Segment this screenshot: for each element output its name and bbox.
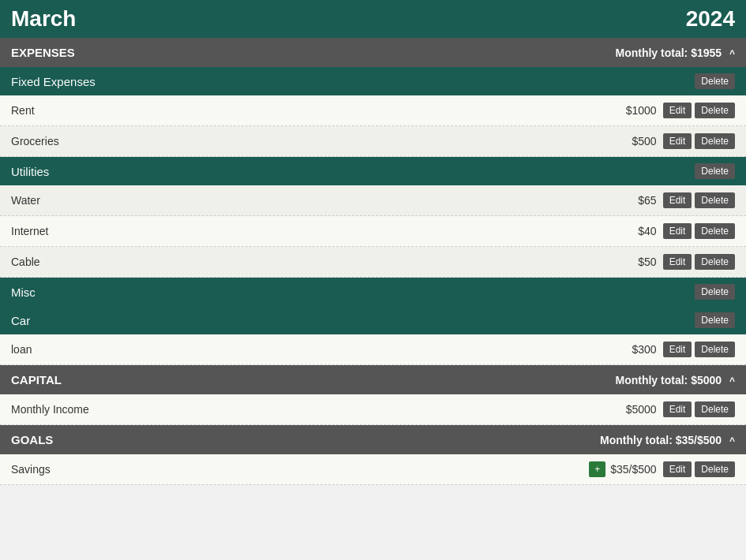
table-row: Rent $1000 Edit Delete	[0, 95, 746, 126]
capital-section-header[interactable]: CAPITAL Monthly total: $5000 ^	[0, 365, 746, 394]
category-misc-label: Misc	[11, 286, 36, 299]
table-row: Water $65 Edit Delete	[0, 185, 746, 216]
expenses-section-header[interactable]: EXPENSES Monthly total: $1955 ^	[0, 38, 746, 67]
table-row: Cable $50 Edit Delete	[0, 247, 746, 278]
goals-label: GOALS	[11, 433, 53, 446]
utilities-delete-button[interactable]: Delete	[695, 163, 735, 179]
table-row: Savings + $35/$500 Edit Delete	[0, 454, 746, 485]
month-title: March	[11, 6, 76, 32]
table-row: Internet $40 Edit Delete	[0, 216, 746, 247]
water-row-right: $65 Edit Delete	[617, 192, 735, 208]
groceries-delete-button[interactable]: Delete	[695, 133, 735, 149]
loan-amount: $300	[617, 343, 657, 356]
internet-label: Internet	[11, 225, 48, 237]
savings-amount: $35/$500	[610, 463, 656, 476]
year-title: 2024	[686, 6, 735, 32]
cable-edit-button[interactable]: Edit	[663, 254, 692, 270]
cable-label: Cable	[11, 256, 40, 268]
groceries-edit-button[interactable]: Edit	[663, 133, 692, 149]
cable-delete-button[interactable]: Delete	[695, 254, 735, 270]
category-utilities: Utilities Delete	[0, 157, 746, 185]
rent-delete-button[interactable]: Delete	[695, 103, 735, 118]
capital-total: Monthly total: $5000 ^	[616, 374, 736, 386]
water-label: Water	[11, 194, 40, 207]
groceries-row-right: $500 Edit Delete	[617, 133, 735, 149]
goals-collapse-icon[interactable]: ^	[729, 435, 735, 446]
water-amount: $65	[617, 194, 657, 207]
goals-section-header[interactable]: GOALS Monthly total: $35/$500 ^	[0, 425, 746, 454]
page-header: March 2024	[0, 0, 746, 38]
internet-row-right: $40 Edit Delete	[617, 223, 735, 239]
monthly-income-delete-button[interactable]: Delete	[695, 401, 735, 417]
internet-amount: $40	[617, 225, 657, 237]
savings-row-right: + $35/$500 Edit Delete	[589, 461, 735, 477]
loan-delete-button[interactable]: Delete	[695, 342, 735, 357]
groceries-amount: $500	[617, 135, 657, 147]
car-delete-button[interactable]: Delete	[695, 312, 735, 328]
monthly-income-amount: $5000	[617, 403, 657, 416]
savings-delete-button[interactable]: Delete	[695, 461, 735, 477]
category-utilities-label: Utilities	[11, 165, 49, 178]
fixed-expenses-delete-button[interactable]: Delete	[695, 73, 735, 89]
loan-label: loan	[11, 343, 32, 356]
category-fixed-expenses: Fixed Expenses Delete	[0, 67, 746, 95]
water-delete-button[interactable]: Delete	[695, 192, 735, 208]
internet-delete-button[interactable]: Delete	[695, 223, 735, 239]
capital-collapse-icon[interactable]: ^	[729, 375, 735, 386]
internet-edit-button[interactable]: Edit	[663, 223, 692, 239]
category-car: Car Delete	[0, 306, 746, 334]
rent-label: Rent	[11, 104, 35, 117]
category-misc: Misc Delete	[0, 278, 746, 306]
cable-row-right: $50 Edit Delete	[617, 254, 735, 270]
loan-row-right: $300 Edit Delete	[617, 342, 735, 357]
category-car-label: Car	[11, 314, 30, 327]
table-row: loan $300 Edit Delete	[0, 334, 746, 365]
cable-amount: $50	[617, 256, 657, 268]
monthly-income-edit-button[interactable]: Edit	[663, 401, 692, 417]
rent-amount: $1000	[617, 104, 657, 117]
table-row: Monthly Income $5000 Edit Delete	[0, 394, 746, 425]
expenses-total: Monthly total: $1955 ^	[616, 47, 736, 59]
misc-delete-button[interactable]: Delete	[695, 284, 735, 300]
groceries-label: Groceries	[11, 135, 59, 147]
monthly-income-row-right: $5000 Edit Delete	[617, 401, 735, 417]
savings-edit-button[interactable]: Edit	[663, 461, 692, 477]
rent-edit-button[interactable]: Edit	[663, 103, 692, 118]
category-fixed-expenses-label: Fixed Expenses	[11, 75, 96, 88]
expenses-collapse-icon[interactable]: ^	[729, 48, 735, 59]
table-row: Groceries $500 Edit Delete	[0, 126, 746, 157]
expenses-label: EXPENSES	[11, 46, 75, 59]
loan-edit-button[interactable]: Edit	[663, 342, 692, 357]
monthly-income-label: Monthly Income	[11, 403, 89, 416]
rent-row-right: $1000 Edit Delete	[617, 103, 735, 118]
savings-label: Savings	[11, 463, 51, 476]
goals-total: Monthly total: $35/$500 ^	[600, 434, 735, 446]
capital-label: CAPITAL	[11, 373, 62, 386]
water-edit-button[interactable]: Edit	[663, 192, 692, 208]
savings-plus-button[interactable]: +	[589, 461, 605, 477]
